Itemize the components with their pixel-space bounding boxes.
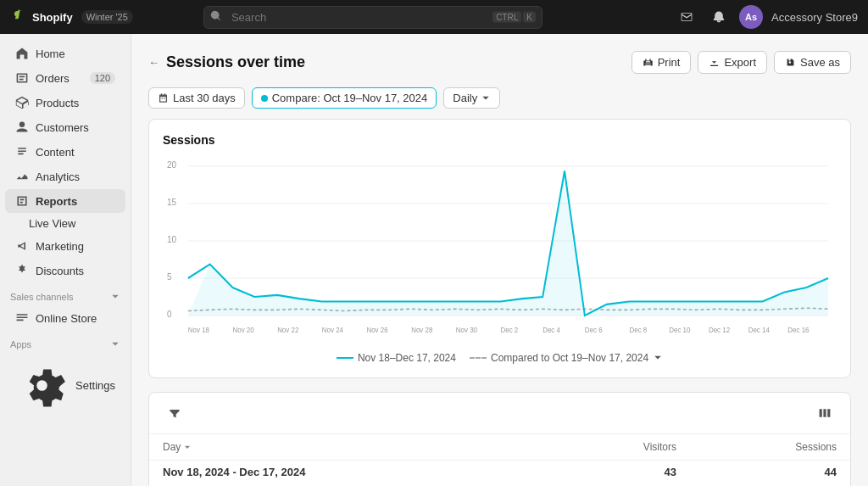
- layout: Home Orders 120 Products Customers Conte…: [0, 34, 868, 486]
- sidebar-item-customers[interactable]: Customers: [5, 115, 125, 139]
- legend-line-compare: [470, 357, 487, 359]
- sidebar-item-online-store[interactable]: Online Store: [5, 306, 125, 330]
- topbar-right: As Accessory Store9: [675, 5, 858, 29]
- svg-marker-25: [188, 171, 828, 316]
- col-visitors: Visitors: [547, 434, 690, 461]
- search-shortcut: CTRL K: [492, 12, 536, 23]
- summary-visitors-primary: 43: [547, 461, 690, 484]
- save-as-button[interactable]: Save as: [774, 51, 851, 74]
- svg-text:Dec 12: Dec 12: [709, 325, 730, 333]
- filter-bar: Last 30 days Compare: Oct 19–Nov 17, 202…: [148, 87, 851, 109]
- sales-channels-section: Sales channels: [0, 283, 131, 305]
- svg-text:Nov 20: Nov 20: [232, 325, 253, 333]
- sidebar-item-live-view[interactable]: Live View: [5, 214, 125, 233]
- svg-text:Nov 30: Nov 30: [456, 325, 477, 333]
- sidebar-item-home[interactable]: Home: [5, 42, 125, 65]
- svg-text:Nov 22: Nov 22: [277, 325, 298, 333]
- sidebar-item-products[interactable]: Products: [5, 91, 125, 115]
- table-toolbar: [149, 393, 850, 434]
- bell-icon[interactable]: [707, 5, 731, 29]
- date-range-filter[interactable]: Last 30 days: [148, 87, 245, 109]
- summary-sessions-primary: 44: [690, 461, 850, 484]
- sidebar-item-settings[interactable]: Settings: [5, 354, 125, 417]
- chart-area: 20 15 10 5 0 Nov 18 Nov 20 Nov 22 Nov 24: [163, 157, 837, 344]
- svg-text:Dec 8: Dec 8: [630, 325, 648, 333]
- header-actions: Print Export Save as: [632, 51, 851, 74]
- col-sessions: Sessions: [690, 434, 850, 461]
- table-card: Day Visitors Sessions Nov 18, 2024 - Dec…: [148, 392, 851, 486]
- compare-dot: [261, 95, 268, 102]
- sidebar-item-reports[interactable]: Reports: [5, 189, 125, 213]
- search-bar: CTRL K: [203, 6, 542, 29]
- granularity-select[interactable]: Daily: [443, 87, 500, 109]
- svg-text:Dec 10: Dec 10: [669, 325, 690, 333]
- sidebar-item-analytics[interactable]: Analytics: [5, 165, 125, 188]
- topbar: Shopify Winter '25 CTRL K As Accessory S…: [0, 0, 868, 34]
- orders-badge: 120: [90, 72, 115, 84]
- svg-text:20: 20: [167, 160, 176, 170]
- svg-text:15: 15: [167, 198, 176, 208]
- svg-text:Dec 6: Dec 6: [585, 325, 603, 333]
- search-input[interactable]: [203, 6, 542, 29]
- sidebar-item-discounts[interactable]: Discounts: [5, 259, 125, 282]
- col-day: Day: [149, 434, 547, 461]
- svg-text:Nov 28: Nov 28: [411, 325, 432, 333]
- svg-text:Nov 18: Nov 18: [188, 325, 209, 333]
- chart-legend: Nov 18–Dec 17, 2024 Compared to Oct 19–N…: [163, 352, 837, 364]
- svg-text:Dec 14: Dec 14: [748, 325, 770, 333]
- page-header: ← Sessions over time Print Export Save a…: [148, 51, 851, 74]
- print-button[interactable]: Print: [632, 51, 692, 74]
- chart-svg: 20 15 10 5 0 Nov 18 Nov 20 Nov 22 Nov 24: [163, 157, 837, 344]
- winter-badge: Winter '25: [81, 10, 133, 24]
- day-sort[interactable]: Day: [163, 441, 533, 453]
- legend-line-current: [337, 357, 353, 359]
- page-title-wrap: ← Sessions over time: [148, 53, 305, 71]
- store-name: Accessory Store9: [771, 11, 858, 24]
- sort-icon: [183, 443, 192, 451]
- compare-filter[interactable]: Compare: Oct 19–Nov 17, 2024: [252, 87, 437, 109]
- sidebar-item-marketing[interactable]: Marketing: [5, 234, 125, 258]
- sidebar: Home Orders 120 Products Customers Conte…: [0, 34, 131, 486]
- svg-text:Dec 16: Dec 16: [787, 325, 809, 333]
- search-icon: [210, 10, 221, 24]
- data-table: Day Visitors Sessions Nov 18, 2024 - Dec…: [149, 434, 850, 486]
- apps-section: Apps: [0, 331, 131, 353]
- legend-dropdown-icon[interactable]: [653, 353, 663, 363]
- filter-icon[interactable]: [163, 401, 186, 425]
- sidebar-item-orders[interactable]: Orders 120: [5, 66, 125, 90]
- svg-text:Nov 24: Nov 24: [322, 325, 343, 333]
- legend-current: Nov 18–Dec 17, 2024: [337, 352, 456, 364]
- summary-row-primary: Nov 18, 2024 - Dec 17, 2024 43 44: [149, 461, 850, 484]
- avatar[interactable]: As: [739, 5, 763, 29]
- inbox-icon[interactable]: [675, 5, 698, 29]
- shopify-logo: Shopify: [10, 8, 73, 25]
- summary-date-primary: Nov 18, 2024 - Dec 17, 2024: [149, 461, 547, 484]
- svg-text:Dec 4: Dec 4: [542, 325, 560, 333]
- main-content: ← Sessions over time Print Export Save a…: [131, 34, 868, 486]
- columns-icon[interactable]: [813, 401, 837, 425]
- svg-text:Nov 26: Nov 26: [366, 325, 387, 333]
- sidebar-item-content[interactable]: Content: [5, 140, 125, 164]
- back-button[interactable]: ←: [148, 56, 159, 69]
- svg-text:Dec 2: Dec 2: [500, 325, 518, 333]
- svg-text:5: 5: [167, 272, 172, 282]
- export-button[interactable]: Export: [698, 51, 767, 74]
- chart-title: Sessions: [163, 133, 837, 147]
- legend-compare: Compared to Oct 19–Nov 17, 2024: [470, 352, 663, 364]
- svg-text:10: 10: [167, 235, 176, 245]
- page-title: Sessions over time: [166, 53, 305, 71]
- svg-text:0: 0: [167, 310, 172, 320]
- chart-card: Sessions 20 15 10 5 0 Nov 18: [148, 119, 851, 378]
